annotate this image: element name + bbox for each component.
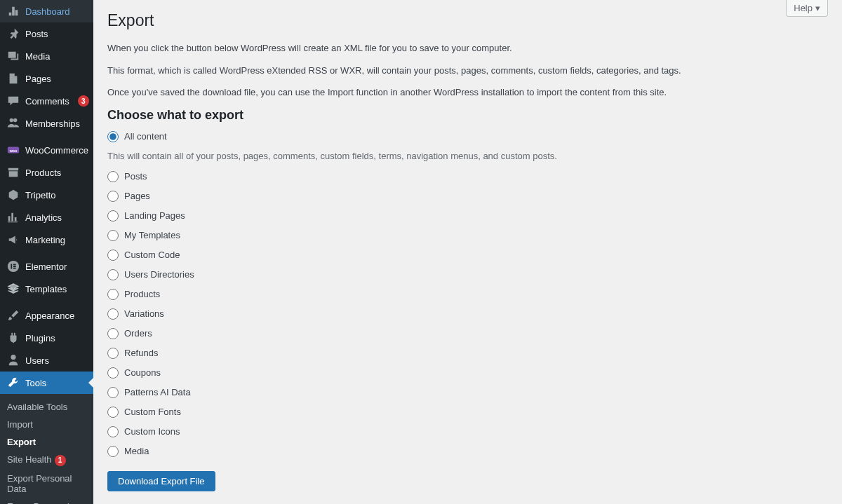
export-option-label: Landing Pages	[124, 210, 185, 221]
export-option-label: Custom Icons	[124, 426, 180, 437]
brush-icon	[7, 309, 20, 322]
sidebar-item-memberships[interactable]: Memberships	[0, 112, 93, 135]
count-badge: 1	[55, 455, 66, 466]
sidebar-item-products[interactable]: Products	[0, 161, 93, 184]
sidebar-item-marketing[interactable]: Marketing	[0, 229, 93, 251]
export-option-radio[interactable]	[107, 446, 119, 457]
export-option-radio[interactable]	[107, 407, 119, 418]
intro-text: When you click the button below WordPres…	[107, 41, 828, 100]
submenu-item-label: Available Tools	[7, 402, 67, 412]
export-option-label: Custom Fonts	[124, 407, 181, 417]
export-option[interactable]: Custom Icons	[107, 426, 828, 437]
submenu-item[interactable]: Available Tools	[0, 398, 93, 416]
export-option[interactable]: Coupons	[107, 367, 828, 379]
export-option-label: Posts	[124, 171, 147, 182]
sidebar-item-media[interactable]: Media	[0, 45, 93, 67]
sidebar-item-posts[interactable]: Posts	[0, 22, 93, 45]
sidebar-item-tripetto[interactable]: Tripetto	[0, 184, 93, 206]
sidebar-item-templates[interactable]: Templates	[0, 278, 93, 300]
sidebar-item-label: Products	[25, 168, 61, 178]
sidebar-item-label: Analytics	[25, 212, 62, 223]
export-option[interactable]: Products	[107, 289, 828, 300]
plug-icon	[7, 332, 20, 344]
page-title: Export	[107, 11, 828, 30]
sidebar-item-plugins[interactable]: Plugins	[0, 327, 93, 349]
woo-icon	[7, 144, 20, 156]
layers-icon	[7, 282, 20, 295]
export-option-label: Patterns AI Data	[124, 387, 191, 397]
export-option[interactable]: Custom Code	[107, 250, 828, 261]
export-option-label: Variations	[124, 308, 164, 319]
sidebar-item-users[interactable]: Users	[0, 349, 93, 372]
export-option-radio[interactable]	[107, 328, 119, 339]
export-option-radio[interactable]	[107, 131, 119, 142]
elementor-icon	[7, 260, 20, 273]
sidebar-item-label: Memberships	[25, 118, 80, 129]
sidebar-item-elementor[interactable]: Elementor	[0, 255, 93, 278]
export-option-radio[interactable]	[107, 210, 119, 222]
export-option[interactable]: My Templates	[107, 230, 828, 241]
export-option[interactable]: Landing Pages	[107, 210, 828, 222]
export-option-label: Products	[124, 289, 160, 299]
export-option-radio[interactable]	[107, 289, 119, 300]
main-content: Help ▾ Export When you click the button …	[93, 0, 842, 504]
sidebar-item-label: Comments	[25, 96, 69, 107]
export-option-radio[interactable]	[107, 426, 119, 437]
sidebar-item-label: Tools	[25, 378, 46, 388]
submenu-item-label: Export Personal Data	[7, 473, 72, 494]
submenu-item[interactable]: Erase Personal Data	[0, 498, 93, 505]
sidebar-item-label: Users	[25, 355, 49, 366]
export-option-label: Orders	[124, 328, 152, 339]
tripetto-icon	[7, 189, 20, 201]
export-option-radio[interactable]	[107, 171, 119, 182]
export-option-radio[interactable]	[107, 367, 119, 379]
user-icon	[7, 354, 20, 367]
export-option-radio[interactable]	[107, 348, 119, 359]
sidebar-item-label: Marketing	[25, 235, 65, 245]
export-option-radio[interactable]	[107, 191, 119, 202]
comment-icon	[7, 95, 20, 107]
sidebar-item-label: WooCommerce	[25, 145, 88, 156]
tools-submenu: Available ToolsImportExportSite Health1E…	[0, 394, 93, 504]
sidebar-item-appearance[interactable]: Appearance	[0, 304, 93, 327]
sidebar-item-label: Elementor	[25, 261, 67, 272]
download-export-button[interactable]: Download Export File	[107, 471, 215, 491]
export-option-radio[interactable]	[107, 230, 119, 241]
all-content-description: This will contain all of your posts, pag…	[107, 151, 828, 161]
count-badge: 3	[78, 95, 89, 107]
export-option[interactable]: Media	[107, 446, 828, 457]
sidebar-item-dashboard[interactable]: Dashboard	[0, 0, 93, 22]
intro-line: This format, which is called WordPress e…	[107, 64, 828, 78]
export-option[interactable]: Orders	[107, 328, 828, 339]
sidebar-item-comments[interactable]: Comments3	[0, 90, 93, 112]
export-option[interactable]: Custom Fonts	[107, 407, 828, 418]
export-option-radio[interactable]	[107, 387, 119, 398]
intro-line: Once you've saved the download file, you…	[107, 86, 828, 100]
chart-icon	[7, 211, 20, 224]
export-option-label: All content	[124, 131, 167, 142]
export-option[interactable]: Patterns AI Data	[107, 387, 828, 398]
export-option-radio[interactable]	[107, 250, 119, 261]
export-option-radio[interactable]	[107, 269, 119, 280]
submenu-item[interactable]: Import	[0, 416, 93, 433]
submenu-item[interactable]: Site Health1	[0, 451, 93, 470]
sidebar-item-label: Templates	[25, 284, 67, 294]
submenu-item[interactable]: Export Personal Data	[0, 470, 93, 498]
help-tab[interactable]: Help ▾	[786, 0, 828, 17]
sidebar-item-analytics[interactable]: Analytics	[0, 206, 93, 229]
export-option[interactable]: Refunds	[107, 348, 828, 359]
submenu-item-label: Site Health	[7, 454, 52, 465]
export-option[interactable]: Pages	[107, 191, 828, 202]
sidebar-item-pages[interactable]: Pages	[0, 67, 93, 90]
sidebar-item-woocommerce[interactable]: WooCommerce	[0, 139, 93, 161]
sidebar-item-tools[interactable]: Tools	[0, 372, 93, 394]
export-option-radio[interactable]	[107, 308, 119, 320]
export-option[interactable]: Users Directories	[107, 269, 828, 280]
export-option[interactable]: Variations	[107, 308, 828, 320]
submenu-item[interactable]: Export	[0, 433, 93, 451]
sidebar-item-label: Media	[25, 51, 50, 62]
export-option[interactable]: Posts	[107, 171, 828, 182]
export-option[interactable]: All content	[107, 131, 828, 142]
export-option-label: Users Directories	[124, 269, 194, 280]
sidebar-item-label: Appearance	[25, 311, 74, 321]
